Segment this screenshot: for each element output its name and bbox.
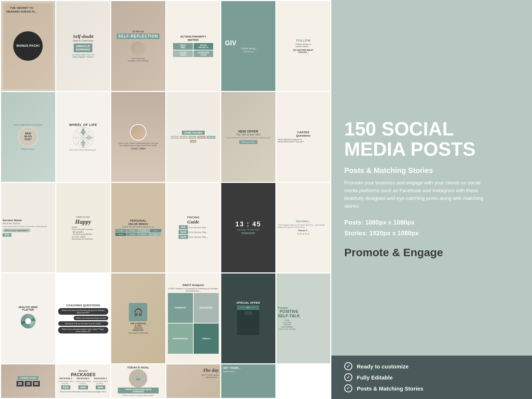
podcast-subtitle: THIS WEEK'S EPISODE	[128, 332, 148, 334]
swot-strengths: STRENGTHS	[168, 293, 193, 323]
grid-cell-service-name: Service Name About this Service Lorem ip…	[1, 183, 55, 273]
svg-marker-8	[81, 127, 86, 135]
posts-subtitle: Posts & Matching Stories	[344, 166, 433, 175]
grid-cell-bingo: PERSONALVALUE BINGO Check the items that…	[111, 183, 165, 273]
getting-started-text: THE SECRET TOHEADING AHEAD IS...	[6, 6, 37, 13]
price-1: $75	[179, 225, 188, 229]
guide-label: Guide	[187, 219, 200, 225]
grateful-label: Be gratefulPracticing gratitude...	[73, 231, 94, 235]
happy-title: Happy	[75, 219, 91, 225]
features-list: ✓ Ready to customize ✓ Fully Editable ✓ …	[331, 356, 532, 399]
service-name-title: Service Name	[3, 219, 22, 222]
practice-label: Practice	[278, 307, 288, 309]
grid-cell-special: SPECIAL OFFER APP Informationon your die…	[221, 273, 275, 363]
tips-label: 10 TIPS FOR YOU TOIMPLEMENT TODAY	[72, 54, 94, 58]
svg-marker-9	[85, 135, 94, 140]
give-subtitle: Follow along...	[223, 47, 274, 50]
positive-list: • Smile• Journaling• Building• Acknowled…	[278, 319, 296, 330]
pkg-1: PACKAGE 1 Lorem ipsum dolor sit amet... …	[58, 377, 74, 389]
cartes-question: What WOULDN'T you do?	[278, 141, 329, 143]
grid-cell-new-blog: how to disconnect to connect NEWBLOGPOST…	[1, 92, 55, 182]
grid-cell-the-day: The day SET YOUR goalsSeek these...	[166, 364, 221, 398]
grid-cell-time: 13 : 45 Saturday, 15 May 2022 Reminder	[221, 183, 275, 273]
feature-1: ✓ Ready to customize	[344, 362, 519, 370]
reminder-label: Reminder	[242, 232, 255, 234]
grid-cell-podcast: 🎧 THE PURPOSE& LIFECOACHPODCAST THIS WEE…	[111, 273, 165, 363]
give-title: GIV	[223, 39, 274, 47]
grid-cell-action-matrix: Action PriorityMatrix QUICKWINS MAJORPRO…	[166, 1, 221, 91]
info-panel: 150 SOCIAL MEDIA POSTS Posts & Matching …	[331, 0, 532, 399]
blog-circle: NEWBLOGPOST	[18, 127, 38, 147]
action-matrix-title: Action PriorityMatrix	[180, 35, 206, 42]
pricing-row-3: $125 First Service Title...	[179, 235, 208, 239]
self-reflection-small: 30 Minute	[132, 30, 144, 33]
self-reflection-title: SELF-REFLECTION	[117, 33, 159, 39]
price-2: $100	[179, 230, 188, 234]
feature-label-1: Ready to customize	[357, 363, 409, 370]
follow-desc: Follow along onsocial media...	[296, 43, 311, 47]
grid-cell-coming-soon: COMING SOON 20 10 50	[1, 364, 55, 398]
packages-note: Find out more information on our service…	[60, 391, 106, 393]
bingo-subtitle: Check the items that apply to me	[122, 226, 154, 228]
coaching-bubbles: What's one new and interesting thing you…	[58, 308, 109, 333]
packages-title: PACKAGES	[71, 372, 95, 377]
svg-point-12	[25, 318, 31, 324]
swot-desc: A SWOT analysis is a framework for revie…	[168, 287, 219, 292]
portrait-desc: Life is very much a balancing act, and w…	[118, 142, 158, 146]
check-icon-1: ✓	[344, 362, 352, 370]
todays-goal-label: TODAY'S GOAL	[127, 366, 149, 369]
blog-read-more: Read it here ▸	[21, 148, 35, 150]
smile-label: SmileGive yourself a break...	[72, 226, 95, 230]
self-reflection-image	[131, 41, 145, 56]
service-label-top: Service	[78, 370, 88, 372]
grid-cell-follow: FOLLOW Follow along onsocial media... NO…	[276, 1, 331, 91]
grid-cell-swot: SWOT Analysis A SWOT analysis is a frame…	[166, 273, 221, 363]
info-description: Promote your business and engage with yo…	[344, 179, 484, 210]
testimonial-title: TESTIMO...	[296, 220, 311, 223]
service-price: $75	[3, 233, 11, 237]
posts-size: Posts: 1080px x 1080px	[344, 218, 419, 228]
grid-cell-wheel-of-life: WHEEL OF LIFE Life is very much a balanc…	[56, 92, 110, 182]
price-desc-1: First Service Title...	[189, 226, 208, 229]
grid-cell-positive-talk: Practice POSITIVESELF-TALK • Smile• Jour…	[276, 273, 331, 363]
swot-weaknesses: WEAKNESSES	[194, 293, 219, 323]
grid-cell-testimonial: TESTIMO... "This Program came to me at t…	[276, 183, 331, 273]
wheel-svg	[72, 127, 94, 149]
grid-cell-happy: How to be Happy SmileGive yourself a bre…	[56, 183, 110, 273]
wheel-desc: Life is very much a balancing act...	[69, 149, 97, 151]
bonus-badge: BONUS PACK!	[13, 31, 43, 61]
countdown-row: 20 10 50	[17, 381, 40, 386]
check-icon-3: ✓	[344, 384, 352, 392]
svg-marker-10	[81, 140, 86, 148]
goal-image: 🌍	[129, 369, 147, 388]
no-matter-label: NO MATTER WHATYOU DO...	[293, 49, 313, 53]
portrait-circle	[130, 124, 147, 141]
matrix-grid: QUICKWINS MAJORPROJECTS FILLERTASKS THAN…	[173, 43, 213, 57]
grid-cell-new-offer: NEW OFFER The Title of your offer Lorem …	[221, 92, 275, 182]
pricing-row-1: $75 First Service Title...	[179, 225, 208, 229]
find-out-more-btn[interactable]: Find out more	[239, 140, 257, 144]
new-offer-desc: Lorem ipsum dolor sit amet, consectetur …	[226, 137, 271, 139]
grid-cell-coaching-questions: COACHING QUESTIONS What's one new and in…	[56, 273, 110, 363]
grid-cell-self-reflection: 30 Minute SELF-REFLECTION Self-reflectio…	[111, 1, 165, 91]
check-icon-2: ✓	[344, 373, 352, 381]
pie-chart-svg	[18, 311, 38, 331]
stories-size: Stories: 1920px x 1080px	[344, 228, 419, 239]
promote-title: Promote & Engage	[344, 246, 443, 259]
grid-cell-pricing: PRICING Guide $75 First Service Title...…	[166, 183, 221, 273]
swot-opportunities: OPPORTUNITIES	[168, 324, 193, 354]
podcast-icon: 🎧	[129, 303, 147, 321]
self-doubt-title: Self-doubt	[73, 33, 94, 39]
new-offer-title: The Title of your offer	[236, 133, 260, 136]
pkg-2: PACKAGE 2 Lorem ipsum dolor sit amet... …	[75, 377, 91, 389]
the-day-subtitle: SET YOUR goalsSeek these...	[168, 374, 219, 378]
healthy-mind-title: HEALTHY MINDPlatter	[18, 306, 38, 311]
grid-cell-core-values: CORE VALUES Family Health Career Growth …	[166, 92, 221, 182]
feature-label-2: Fully Editable	[357, 374, 393, 381]
the-day-title: The day	[168, 367, 219, 373]
bingo-title: PERSONALVALUE BINGO	[128, 219, 148, 226]
coming-soon-badge: COMING SOON	[18, 376, 38, 380]
grid-cell-bonus: THE SECRET TOHEADING AHEAD IS... BONUS P…	[1, 1, 55, 91]
testimonial-name: Tianna T...	[298, 229, 309, 232]
special-device: APP Informationon your diet	[237, 306, 259, 335]
